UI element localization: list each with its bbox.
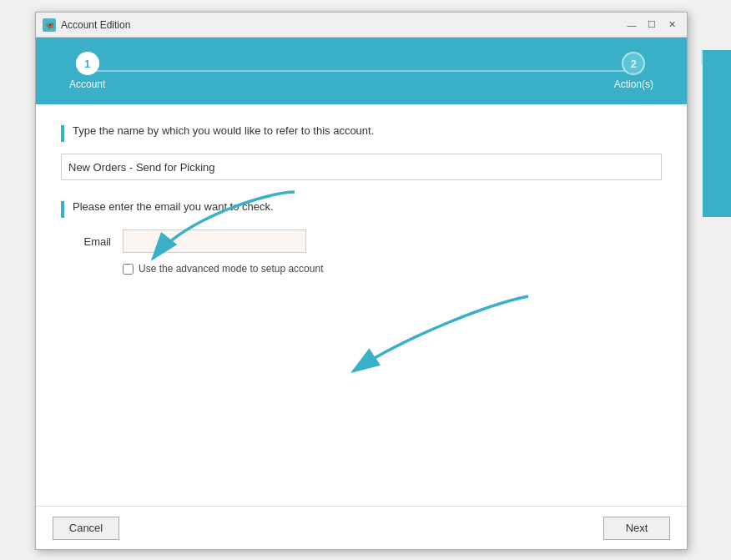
account-name-input[interactable]	[61, 154, 662, 180]
email-section-text: Please enter the email you want to check…	[73, 200, 274, 213]
arrow-email	[320, 288, 537, 388]
email-section-bar	[61, 201, 64, 218]
dialog-window: 🦋 Account Edition — ☐ ✕ 1 Account 2 Acti…	[35, 12, 688, 550]
advanced-mode-checkbox[interactable]	[123, 264, 134, 275]
wizard-step-1: 1 Account	[69, 52, 105, 90]
next-button[interactable]: Next	[603, 517, 670, 540]
dialog-body: Type the name by which you would like to…	[36, 104, 687, 506]
email-row: Email	[61, 230, 662, 253]
dialog-footer: Cancel Next	[36, 506, 687, 549]
dialog-icon: 🦋	[43, 18, 56, 32]
step1-circle: 1	[76, 52, 99, 75]
bg-accent2	[701, 48, 703, 65]
step1-label: Account	[69, 78, 105, 90]
advanced-mode-row: Use the advanced mode to setup account	[123, 263, 662, 275]
step2-circle: 2	[622, 52, 645, 75]
minimize-button[interactable]: —	[623, 18, 640, 33]
email-input[interactable]	[123, 230, 306, 253]
title-bar: 🦋 Account Edition — ☐ ✕	[36, 13, 687, 38]
wizard-progress-line	[86, 70, 637, 72]
step2-label: Action(s)	[614, 78, 653, 90]
name-section-header: Type the name by which you would like to…	[61, 124, 662, 142]
close-button[interactable]: ✕	[663, 18, 680, 33]
email-section: Please enter the email you want to check…	[61, 200, 662, 275]
dialog-title: Account Edition	[61, 19, 623, 31]
email-section-header: Please enter the email you want to check…	[61, 200, 662, 218]
maximize-button[interactable]: ☐	[643, 18, 660, 33]
title-bar-controls: — ☐ ✕	[623, 18, 680, 33]
wizard-step-2: 2 Action(s)	[614, 52, 653, 90]
name-section-bar	[61, 125, 64, 142]
advanced-mode-label: Use the advanced mode to setup account	[139, 263, 323, 275]
name-section-text: Type the name by which you would like to…	[73, 124, 374, 137]
bg-accent	[703, 50, 731, 217]
wizard-header: 1 Account 2 Action(s)	[36, 38, 687, 104]
wizard-steps: 1 Account 2 Action(s)	[69, 52, 653, 90]
cancel-button[interactable]: Cancel	[53, 517, 119, 540]
email-field-label: Email	[61, 235, 111, 248]
